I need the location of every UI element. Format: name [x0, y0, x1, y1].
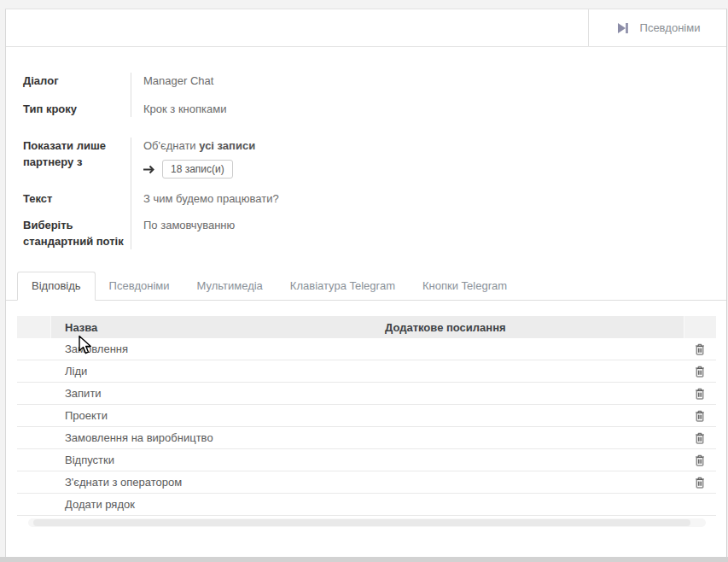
table-row[interactable]: Ліди: [17, 360, 716, 383]
records-count-button[interactable]: 18 запис(и): [162, 160, 233, 179]
table-row[interactable]: Замовлення: [17, 338, 716, 360]
default-flow-value[interactable]: По замовчуванню: [131, 217, 726, 249]
tab-telegram-keyboard[interactable]: Клавіатура Telegram: [277, 272, 409, 300]
field-default-flow: Виберіть стандартний потік По замовчуван…: [6, 217, 726, 249]
field-dialog: Діалог Manager Chat: [6, 73, 726, 101]
delete-row-button[interactable]: [693, 342, 707, 357]
pseudonyms-button[interactable]: Псевдоніми: [588, 9, 726, 46]
answers-table: Назва Додаткове посилання Замовлення Лід…: [17, 316, 716, 527]
toolbar: Псевдоніми: [6, 9, 726, 47]
window-bottom-edge: [0, 557, 728, 562]
row-name[interactable]: З'єднати з оператором: [51, 476, 385, 489]
trash-icon: [695, 477, 705, 489]
header-extra-link: Додаткове посилання: [385, 321, 684, 334]
step-type-value[interactable]: Крок з кнопками: [131, 101, 726, 117]
row-name[interactable]: Проекти: [51, 409, 385, 422]
show-only-value: Об'єднати усі записи 18 запис(и): [131, 138, 726, 190]
field-step-type: Тип кроку Крок з кнопками: [6, 101, 726, 117]
show-only-bold: усі записи: [199, 139, 255, 152]
text-value[interactable]: З чим будемо працювати?: [131, 190, 726, 217]
default-flow-label: Виберіть стандартний потік: [6, 217, 131, 249]
table-row[interactable]: Відпустки: [17, 449, 716, 471]
tab-multimedia[interactable]: Мультимедіа: [183, 272, 277, 300]
trash-icon: [695, 454, 705, 466]
field-group-top: Діалог Manager Chat Тип кроку Крок з кно…: [6, 73, 726, 117]
header-handle-cell: [17, 316, 51, 338]
records-line: 18 запис(и): [143, 160, 726, 180]
trash-icon: [695, 343, 705, 355]
trash-icon: [695, 410, 705, 422]
delete-row-button[interactable]: [693, 475, 707, 490]
delete-row-button[interactable]: [693, 386, 707, 401]
field-show-only: Показати лише партнеру з Об'єднати усі з…: [6, 138, 726, 190]
tab-pseudonyms[interactable]: Псевдоніми: [96, 272, 183, 300]
delete-row-button[interactable]: [693, 364, 707, 379]
step-type-label: Тип кроку: [6, 101, 131, 117]
show-only-label: Показати лише партнеру з: [6, 138, 131, 190]
header-name: Назва: [51, 321, 385, 334]
add-row-label[interactable]: Додати рядок: [51, 498, 385, 511]
tab-response[interactable]: Відповідь: [17, 272, 96, 301]
row-name[interactable]: Ліди: [51, 365, 385, 378]
field-group-bottom: Показати лише партнеру з Об'єднати усі з…: [6, 138, 726, 249]
show-only-prefix: Об'єднати: [143, 139, 199, 152]
trash-icon: [695, 388, 705, 400]
add-row[interactable]: Додати рядок: [17, 494, 716, 516]
dialog-label: Діалог: [6, 73, 131, 101]
form-area: Діалог Manager Chat Тип кроку Крок з кно…: [6, 47, 726, 249]
header-trash-cell: [684, 316, 716, 338]
trash-icon: [695, 432, 705, 444]
delete-row-button[interactable]: [693, 453, 707, 468]
table-header-row: Назва Додаткове посилання: [17, 316, 716, 338]
trash-icon: [695, 366, 705, 378]
table-row[interactable]: Проекти: [17, 405, 716, 427]
text-label: Текст: [6, 190, 131, 217]
table-row[interactable]: З'єднати з оператором: [17, 471, 716, 494]
dialog-value[interactable]: Manager Chat: [131, 73, 726, 101]
row-name[interactable]: Відпустки: [51, 454, 385, 466]
form-view-panel: Псевдоніми Діалог Manager Chat Тип кроку…: [5, 9, 727, 557]
show-only-value-text[interactable]: Об'єднати усі записи: [143, 138, 726, 154]
notebook-tabs: Відповідь Псевдоніми Мультимедіа Клавіат…: [6, 272, 726, 301]
arrow-right-icon: [143, 165, 155, 174]
row-name[interactable]: Запити: [51, 387, 385, 400]
tab-telegram-buttons[interactable]: Кнопки Telegram: [409, 272, 521, 300]
field-text: Текст З чим будемо працювати?: [6, 190, 726, 217]
table-row[interactable]: Замовлення на виробництво: [17, 427, 716, 449]
horizontal-scrollbar[interactable]: [28, 518, 706, 527]
pseudonyms-button-label: Псевдоніми: [640, 21, 701, 34]
delete-row-button[interactable]: [693, 408, 707, 424]
step-forward-icon: [615, 21, 630, 35]
row-name[interactable]: Замовлення: [51, 342, 385, 355]
delete-row-button[interactable]: [693, 430, 707, 446]
row-name[interactable]: Замовлення на виробництво: [51, 431, 385, 444]
scrollbar-thumb[interactable]: [33, 519, 690, 526]
table-row[interactable]: Запити: [17, 383, 716, 405]
